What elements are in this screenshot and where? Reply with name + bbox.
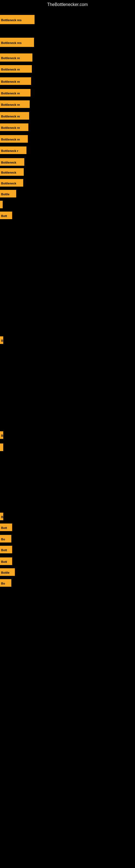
bar-label-1: Bottleneck res xyxy=(0,38,34,47)
bar-label-5: Bottleneck re xyxy=(0,89,31,97)
bar-label-22: Bo xyxy=(0,535,11,542)
bar-item-19 xyxy=(0,443,3,451)
bar-item-25: Bottle xyxy=(0,568,15,576)
bar-item-21: Bott xyxy=(0,524,12,531)
bar-item-18: B xyxy=(0,431,3,439)
bar-item-17: B xyxy=(0,336,3,344)
bar-label-21: Bott xyxy=(0,524,12,531)
bar-item-26: Bo xyxy=(0,579,11,587)
bar-item-5: Bottleneck re xyxy=(0,89,31,97)
bar-item-1: Bottleneck res xyxy=(0,38,34,47)
bar-item-15 xyxy=(0,201,3,208)
bar-label-12: Bottleneck xyxy=(0,168,24,176)
bar-label-9: Bottleneck re xyxy=(0,135,28,143)
bar-item-20: B xyxy=(0,513,3,520)
bar-item-6: Bottleneck re xyxy=(0,100,30,108)
bar-item-14: Bottle xyxy=(0,190,16,197)
bar-item-13: Bottleneck xyxy=(0,179,23,187)
bar-item-4: Bottleneck re xyxy=(0,77,31,85)
bar-item-11: Bottleneck xyxy=(0,158,24,166)
bar-label-23: Bott xyxy=(0,546,12,553)
bar-label-17: B xyxy=(0,336,3,344)
bar-label-13: Bottleneck xyxy=(0,179,23,187)
bar-item-0: Bottleneck res xyxy=(0,15,35,24)
bar-label-20: B xyxy=(0,513,3,520)
bar-item-22: Bo xyxy=(0,535,11,542)
bar-item-24: Bott xyxy=(0,557,12,565)
bar-item-12: Bottleneck xyxy=(0,168,24,176)
bar-label-10: Bottleneck r xyxy=(0,147,27,154)
bar-item-2: Bottleneck re xyxy=(0,54,32,62)
bar-item-3: Bottleneck re xyxy=(0,65,32,73)
bar-label-7: Bottleneck re xyxy=(0,112,29,120)
bar-label-19 xyxy=(0,443,3,451)
bar-item-23: Bott xyxy=(0,546,12,553)
bar-label-14: Bottle xyxy=(0,190,16,197)
bar-label-0: Bottleneck res xyxy=(0,15,35,24)
bar-label-24: Bott xyxy=(0,557,12,565)
bar-item-16: Bott xyxy=(0,212,12,219)
bar-item-9: Bottleneck re xyxy=(0,135,28,143)
bar-label-15 xyxy=(0,201,3,208)
bar-item-7: Bottleneck re xyxy=(0,112,29,120)
bar-label-3: Bottleneck re xyxy=(0,65,32,73)
bar-label-26: Bo xyxy=(0,579,11,587)
bar-label-18: B xyxy=(0,431,3,439)
bar-label-16: Bott xyxy=(0,212,12,219)
bar-label-6: Bottleneck re xyxy=(0,100,30,108)
bar-item-10: Bottleneck r xyxy=(0,147,27,154)
bar-item-8: Bottleneck re xyxy=(0,123,28,131)
bar-label-25: Bottle xyxy=(0,568,15,576)
bar-label-8: Bottleneck re xyxy=(0,123,28,131)
bar-label-2: Bottleneck re xyxy=(0,54,32,62)
site-title: TheBottlenecker.com xyxy=(0,0,135,9)
bar-label-4: Bottleneck re xyxy=(0,77,31,85)
bar-label-11: Bottleneck xyxy=(0,158,24,166)
